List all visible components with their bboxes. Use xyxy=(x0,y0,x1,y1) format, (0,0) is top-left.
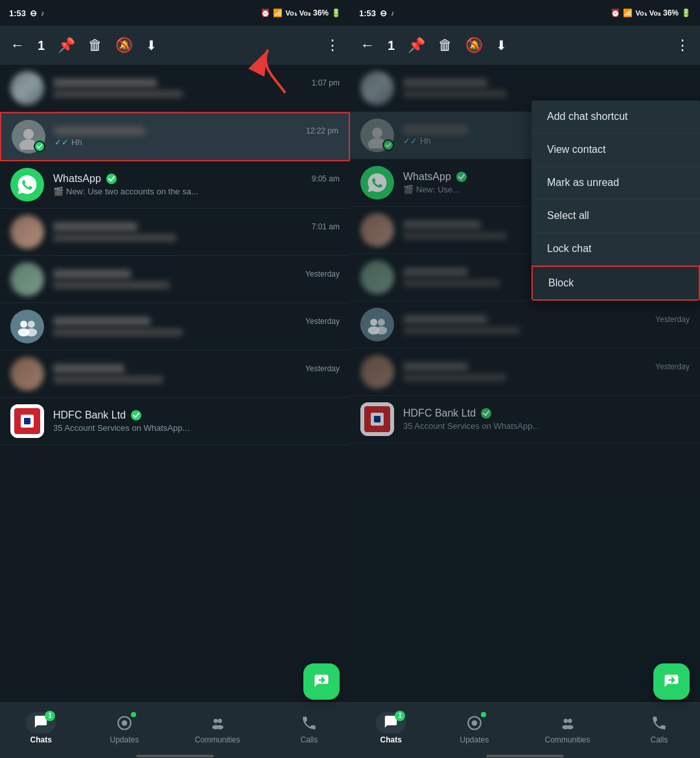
nav-chats-right[interactable]: 1 Chats xyxy=(378,713,404,744)
nav-calls-right[interactable]: Calls xyxy=(646,713,672,744)
message-text: 35 Account Services on WhatsApp... xyxy=(53,423,189,433)
list-item[interactable]: Yesterday xyxy=(0,303,350,350)
menu-mark-unread[interactable]: Mark as unread xyxy=(531,167,700,200)
avatar xyxy=(12,120,45,154)
svg-point-1 xyxy=(23,129,34,139)
chat-name xyxy=(403,220,481,229)
chat-top: 7:01 am xyxy=(53,222,340,231)
avatar xyxy=(10,215,44,249)
avatar xyxy=(10,310,44,343)
chat-name: HDFC Bank Ltd xyxy=(53,409,126,421)
nav-updates-left[interactable]: Updates xyxy=(110,713,139,744)
avatar xyxy=(360,71,394,105)
list-item[interactable]: 7:01 am xyxy=(0,209,350,256)
verified-icon xyxy=(456,172,467,182)
avatar xyxy=(360,355,394,389)
nav-calls-left[interactable]: Calls xyxy=(296,713,322,744)
signal-icon: Vo₁ xyxy=(285,9,296,17)
delete-button-right[interactable]: 🗑 xyxy=(438,37,452,54)
chat-top: Yesterday xyxy=(53,317,340,326)
chat-name xyxy=(53,364,124,373)
list-item[interactable]: WhatsApp 9:05 am 🎬 New: Use two accounts… xyxy=(0,161,350,209)
avatar xyxy=(10,168,44,201)
chat-content xyxy=(403,78,690,98)
name-row: WhatsApp xyxy=(53,173,117,185)
svg-point-4 xyxy=(20,321,27,328)
back-button-left[interactable]: ← xyxy=(10,37,25,54)
menu-add-shortcut[interactable]: Add chat shortcut xyxy=(531,100,700,133)
mute-button-left[interactable]: 🔕 xyxy=(115,37,133,54)
list-item[interactable]: HDFC Bank Ltd 35 Account Services on Wha… xyxy=(350,396,700,443)
message-text: Hh xyxy=(71,137,82,147)
chat-name xyxy=(403,78,487,87)
more-button-left[interactable]: ⋮ xyxy=(325,37,340,54)
list-item[interactable]: Yesterday xyxy=(350,301,700,349)
list-item[interactable]: Yesterday xyxy=(0,350,350,398)
chat-message xyxy=(403,327,520,334)
list-item[interactable]: 12:22 pm ✓✓ Hh xyxy=(0,112,350,161)
archive-button-right[interactable]: ⬇ xyxy=(496,38,507,53)
verified-icon xyxy=(106,174,117,184)
avatar xyxy=(10,404,44,438)
more-button-right[interactable]: ⋮ xyxy=(675,37,690,54)
signal2-icon: Vo₂ xyxy=(299,9,310,17)
svg-point-31 xyxy=(471,720,477,726)
new-chat-fab[interactable] xyxy=(303,663,340,700)
bottom-nav-right: 1 Chats Updates xyxy=(350,702,700,754)
menu-block[interactable]: Block xyxy=(531,266,700,301)
delete-button-left[interactable]: 🗑 xyxy=(88,37,102,54)
chats-icon-wrap-right: 1 xyxy=(378,713,404,733)
status-icons-left: ⏰ 📶 Vo₁ Vo₂ 36% 🔋 xyxy=(261,8,341,17)
list-item[interactable]: Yesterday xyxy=(0,256,350,303)
svg-point-30 xyxy=(481,408,491,419)
svg-point-33 xyxy=(563,718,568,723)
archive-button-left[interactable]: ⬇ xyxy=(146,38,157,53)
chat-top: WhatsApp 9:05 am xyxy=(53,173,340,185)
list-item[interactable]: 1:07 pm xyxy=(0,65,350,112)
nav-communities-right[interactable]: Communities xyxy=(544,713,590,744)
chats-label: Chats xyxy=(30,735,51,744)
context-menu: Add chat shortcut View contact Mark as u… xyxy=(531,100,700,301)
avatar xyxy=(360,308,394,341)
mute-button-right[interactable]: 🔕 xyxy=(465,37,483,54)
verified-icon xyxy=(481,408,491,419)
pin-button-right[interactable]: 📌 xyxy=(408,37,425,54)
svg-point-15 xyxy=(213,718,218,723)
updates-icon-wrap-right xyxy=(461,713,487,733)
double-tick-icon: ✓✓ xyxy=(54,137,69,147)
pin-button-left[interactable]: 📌 xyxy=(58,37,75,54)
menu-lock-chat[interactable]: Lock chat xyxy=(531,233,700,266)
svg-point-6 xyxy=(28,321,35,328)
message-text: New: Use two accounts on the sa... xyxy=(66,187,198,196)
video-icon: 🎬 xyxy=(403,185,414,194)
avatar xyxy=(360,260,394,294)
back-button-right[interactable]: ← xyxy=(360,37,375,54)
calls-icon-wrap xyxy=(296,713,322,733)
new-chat-fab-right[interactable] xyxy=(653,663,690,700)
menu-select-all[interactable]: Select all xyxy=(531,200,700,233)
nav-updates-right[interactable]: Updates xyxy=(460,713,489,744)
menu-view-contact[interactable]: View contact xyxy=(531,133,700,167)
chat-message: 35 Account Services on WhatsApp... xyxy=(53,423,340,433)
list-item[interactable]: Yesterday xyxy=(350,349,700,396)
svg-point-7 xyxy=(25,328,37,337)
chats-badge: 1 xyxy=(45,711,55,721)
chat-name xyxy=(403,362,468,371)
chat-name xyxy=(53,317,150,326)
chat-top: 1:07 pm xyxy=(53,78,340,87)
chat-name xyxy=(53,78,157,87)
chat-name xyxy=(53,270,131,279)
nav-communities-left[interactable]: Communities xyxy=(194,713,240,744)
chats-icon-wrap: 1 xyxy=(28,713,54,733)
chat-message xyxy=(53,234,176,242)
chat-top: Yesterday xyxy=(403,362,690,371)
nav-chats-left[interactable]: 1 Chats xyxy=(28,713,54,744)
chat-content: Yesterday xyxy=(403,315,690,334)
video-icon: 🎬 xyxy=(53,187,64,196)
minus-icon: ⊖ xyxy=(30,8,37,18)
chat-top xyxy=(403,78,690,87)
double-tick-icon: ✓✓ xyxy=(403,136,417,146)
updates-label: Updates xyxy=(110,735,139,744)
alarm-icon-right: ⏰ xyxy=(611,8,620,17)
list-item[interactable]: HDFC Bank Ltd 35 Account Services on Wha… xyxy=(0,398,350,445)
